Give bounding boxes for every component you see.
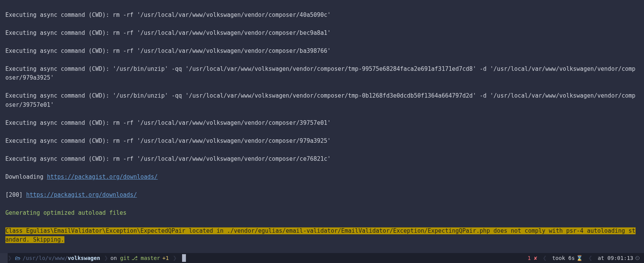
output-line: [200] https://packagist.org/downloads/: [5, 191, 639, 200]
packagist-link[interactable]: https://packagist.org/downloads/: [47, 173, 158, 180]
git-label: git: [120, 253, 130, 263]
output-line: Executing async command (CWD): rm -rf '/…: [5, 47, 639, 56]
prompt-cursor[interactable]: [182, 254, 186, 262]
separator-icon: ❮: [586, 253, 594, 263]
separator-icon: ❯: [8, 253, 13, 263]
clock-icon: ⏲: [635, 253, 640, 263]
hourglass-icon: ⌛: [576, 253, 583, 263]
status-bar: ❯ 🗁 /usr/lo/v/www/volkswagen ❯ on git ⎇ …: [0, 253, 644, 263]
terminal-output[interactable]: Executing async command (CWD): rm -rf '/…: [0, 0, 644, 263]
output-line: Executing async command (CWD): rm -rf '/…: [5, 29, 639, 38]
at-label: at: [598, 253, 604, 263]
on-label: on: [110, 253, 117, 263]
git-dirty-count: +1: [163, 253, 169, 263]
output-line: Executing async command (CWD): rm -rf '/…: [5, 11, 639, 20]
clock-time: 09:01:13: [608, 253, 633, 263]
git-branch-icon: ⎇: [131, 253, 138, 263]
output-line: Downloading https://packagist.org/downlo…: [5, 173, 639, 182]
git-branch: master: [141, 253, 160, 263]
exit-code: 1 ✘: [527, 253, 537, 263]
output-line: Executing async command (CWD): rm -rf '/…: [5, 119, 639, 128]
output-line: Executing async command (CWD): rm -rf '/…: [5, 137, 639, 146]
apple-icon: [0, 253, 8, 263]
output-line: Executing async command (CWD): '/usr/bin…: [5, 65, 639, 83]
packagist-link[interactable]: https://packagist.org/downloads/: [26, 191, 137, 198]
separator-icon: ❯: [104, 253, 110, 263]
output-line-success: Generating optimized autoload files: [5, 209, 639, 218]
output-line: Executing async command (CWD): rm -rf '/…: [5, 155, 639, 164]
separator-icon: ❮: [541, 253, 549, 263]
duration: took 6s: [552, 253, 575, 263]
output-line-warning: Class Egulias\EmailValidator\Exception\E…: [5, 227, 639, 245]
cwd-dirname: volkswagen: [68, 253, 100, 263]
output-line: Executing async command (CWD): '/usr/bin…: [5, 91, 639, 109]
folder-icon: 🗁: [15, 253, 20, 263]
separator-icon: ❯: [172, 253, 178, 263]
cwd-path: /usr/lo/v/www/: [23, 253, 68, 263]
